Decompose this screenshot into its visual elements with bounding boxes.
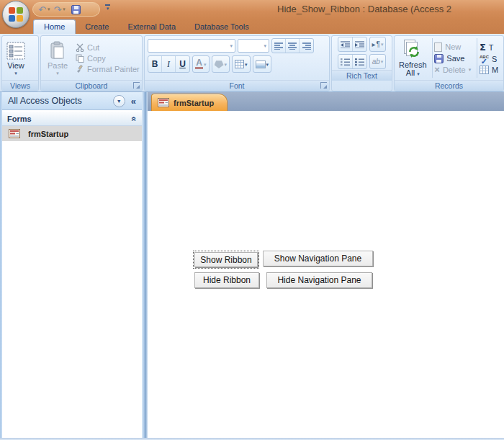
underline-button[interactable]: U [176, 56, 189, 72]
numbered-list-icon [341, 58, 350, 66]
totals-label-partial: T [489, 43, 494, 52]
save-icon[interactable] [71, 5, 81, 14]
document-tab-frmstartup[interactable]: frmStartup [151, 94, 228, 111]
chevron-down-icon: ▾ [225, 63, 228, 66]
chevron-down-icon: ▾ [381, 42, 384, 46]
nav-pane-shutter-button[interactable]: « [129, 96, 138, 107]
save-record-button[interactable]: Save [434, 54, 474, 63]
refresh-all-button[interactable]: Refresh All ▾ [396, 37, 430, 78]
view-icon [6, 42, 25, 60]
tab-home[interactable]: Home [33, 19, 76, 34]
spelling-icon: ABC ✓ [480, 55, 489, 63]
view-button[interactable]: View ▾ [4, 37, 28, 78]
document-area: frmStartup Show Ribbon Show Navigation P… [148, 92, 504, 438]
align-right-button[interactable] [300, 39, 313, 53]
document-tab-label: frmStartup [174, 99, 214, 107]
refresh-all-icon [403, 40, 422, 60]
decrease-indent-button[interactable] [338, 37, 353, 51]
alternate-fill-button[interactable]: ▾ [253, 56, 271, 72]
ribbon-group-font: ▾ ▾ [144, 35, 330, 91]
gridlines-button[interactable]: ▾ [233, 56, 250, 72]
fill-color-icon [215, 60, 224, 68]
more-button[interactable]: M [480, 66, 502, 74]
delete-icon: × [434, 66, 440, 74]
paste-button[interactable]: Paste ▾ [42, 37, 73, 78]
document-tab-bar: frmStartup [148, 92, 504, 111]
align-left-button[interactable] [272, 39, 286, 53]
increase-indent-button[interactable] [353, 37, 366, 51]
chevron-down-icon: ▼ [117, 99, 122, 104]
redo-icon[interactable]: ↷ [53, 5, 61, 14]
font-color-bar [195, 67, 203, 69]
highlight-color-button[interactable]: ab ▾ [370, 55, 386, 68]
cut-button[interactable]: Cut [76, 43, 140, 52]
chevron-down-icon: ▾ [469, 68, 472, 71]
bullet-list-icon [355, 58, 364, 66]
align-center-button[interactable] [286, 39, 300, 53]
clipboard-group-label-text: Clipboard [76, 81, 108, 90]
align-center-icon [288, 42, 297, 50]
nav-pane-menu-button[interactable]: ▼ [113, 95, 125, 107]
refresh-all-label-2: All [406, 68, 415, 77]
totals-button[interactable]: Σ T [480, 42, 502, 53]
increase-indent-icon [355, 41, 364, 48]
align-left-icon [274, 42, 283, 50]
save-record-icon [434, 54, 444, 63]
font-size-combobox[interactable]: ▾ [238, 39, 269, 53]
nav-pane-title: All Access Objects [8, 96, 113, 106]
redo-dropdown-icon[interactable]: ▾ [63, 6, 66, 12]
font-color-letter: A [196, 59, 202, 66]
new-record-icon [434, 42, 442, 52]
align-right-icon [302, 42, 311, 50]
paste-button-label: Paste [48, 61, 68, 70]
refresh-all-label: Refresh All ▾ [399, 61, 427, 77]
rich-text-group-label: Rich Text [332, 70, 392, 81]
more-grid-icon [480, 66, 489, 74]
copy-button[interactable]: Copy [76, 54, 140, 63]
nav-item-frmstartup[interactable]: frmStartup [2, 126, 142, 141]
text-direction-button[interactable]: ▸ ¶ ▾ [370, 37, 386, 51]
font-name-combobox[interactable]: ▾ [148, 39, 235, 53]
numbered-list-button[interactable] [338, 55, 353, 68]
form-canvas: Show Ribbon Show Navigation Pane Hide Ri… [148, 111, 504, 438]
spelling-check-icon: ✓ [481, 59, 487, 63]
font-dialog-launcher[interactable] [320, 82, 327, 89]
copy-icon [76, 54, 84, 63]
undo-dropdown-icon[interactable]: ▾ [48, 6, 50, 12]
tab-database-tools[interactable]: Database Tools [185, 20, 258, 34]
spelling-button[interactable]: ABC ✓ S [480, 55, 502, 63]
clipboard-dialog-launcher[interactable] [133, 82, 140, 89]
tab-external-data[interactable]: External Data [118, 20, 185, 34]
new-record-button[interactable]: New [434, 42, 474, 52]
nav-section-forms[interactable]: Forms « [2, 112, 142, 126]
undo-icon[interactable]: ↶ [38, 5, 46, 14]
fill-color-button[interactable]: ▾ [212, 56, 230, 72]
format-painter-icon [76, 65, 84, 73]
nav-pane-splitter[interactable] [142, 92, 148, 438]
italic-button[interactable]: I [162, 56, 176, 72]
format-painter-button[interactable]: Format Painter [76, 65, 140, 73]
quick-access-toolbar: ↶ ▾ ↷ ▾ [32, 2, 100, 17]
chevron-down-icon: ▾ [14, 71, 17, 75]
hide-ribbon-button[interactable]: Hide Ribbon [194, 272, 259, 288]
delete-record-button[interactable]: × Delete ▾ [434, 66, 474, 74]
bold-button[interactable]: B [148, 56, 162, 72]
format-painter-button-label: Format Painter [87, 65, 140, 73]
show-ribbon-button[interactable]: Show Ribbon [194, 252, 258, 267]
font-group-label: Font [145, 80, 329, 91]
hide-navigation-pane-button[interactable]: Hide Navigation Pane [266, 272, 372, 288]
collapse-section-icon[interactable]: « [130, 116, 140, 121]
font-color-button[interactable]: A ▾ [193, 56, 209, 72]
spelling-label-partial: S [492, 55, 497, 63]
customize-qat-button[interactable]: ▾ [105, 4, 110, 10]
chevron-down-icon: ▾ [204, 63, 207, 66]
tab-create[interactable]: Create [76, 20, 118, 34]
clipboard-group-label: Clipboard [41, 80, 142, 91]
window-title: Hide_Show_Ribbon : Database (Access 2 [277, 4, 451, 14]
more-label-partial: M [492, 66, 498, 74]
bullet-list-button[interactable] [353, 55, 366, 68]
ribbon-group-records: Refresh All ▾ New Save × Delete ▾ [394, 35, 504, 91]
office-button[interactable] [2, 1, 30, 28]
show-navigation-pane-button[interactable]: Show Navigation Pane [263, 251, 373, 266]
titlebar: ↶ ▾ ↷ ▾ ▾ Hide_Show_Ribbon : Database (A… [0, 0, 504, 19]
